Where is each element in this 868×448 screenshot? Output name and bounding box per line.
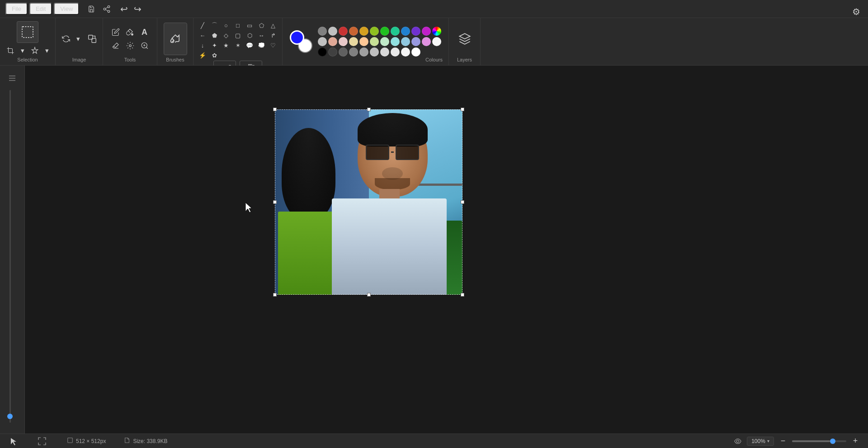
color-red[interactable] [339,27,348,36]
magic-select-dropdown[interactable]: ▾ [42,45,52,57]
shape-corner-arrow[interactable]: ↱ [268,31,278,40]
color-pink-light[interactable] [339,37,348,46]
color-white[interactable] [411,47,420,57]
select-rect-button[interactable] [17,21,38,43]
shape-callout-oval[interactable]: 💭 [256,41,267,50]
color-yellow[interactable] [359,27,368,36]
save-button[interactable] [85,3,98,15]
handle-mid-left[interactable] [273,200,277,204]
arrow-tool-status[interactable] [7,435,21,447]
color-rainbow[interactable] [432,27,441,36]
shape-heart[interactable]: ♡ [268,41,278,50]
handle-top-left[interactable] [273,108,277,111]
layers-button[interactable] [458,33,472,45]
select-arrow-dropdown[interactable]: ▾ [18,45,27,57]
color-gray[interactable] [318,27,327,36]
color-green[interactable] [380,27,389,36]
opacity-slider[interactable] [6,88,14,424]
color-dark-gray1[interactable] [328,47,337,57]
foreground-color-swatch[interactable] [290,30,304,45]
zoom-eye-btn[interactable] [732,436,743,447]
color-light-cyan[interactable] [391,37,400,46]
brush-main-button[interactable] [164,23,187,55]
color-yellow-green[interactable] [370,27,379,36]
rotate-flip-button[interactable] [59,33,73,45]
sidebar-layers-btn[interactable] [4,71,20,85]
opacity-slider-track[interactable] [9,90,11,423]
color-mint[interactable] [380,37,389,46]
color-pink-purple[interactable] [422,37,431,46]
settings-button[interactable]: ⚙ [849,5,863,19]
shape-arrow-both[interactable]: ↔ [256,31,267,40]
shape-rounded-rect[interactable]: ▢ [232,31,243,40]
shape-diamond[interactable]: ◇ [221,31,231,40]
pencil-button[interactable] [109,26,123,38]
menu-view[interactable]: View [54,3,79,15]
color-picker-button[interactable] [123,40,137,52]
color-near-white2[interactable] [401,47,410,57]
zoom-out-button[interactable]: − [778,436,788,447]
shape-callout-rect[interactable]: 💬 [244,41,255,50]
color-lighter-gray[interactable] [380,47,389,57]
menu-file[interactable]: File [5,3,28,15]
crop-button[interactable] [4,45,17,57]
color-lavender[interactable] [411,37,420,46]
color-blue[interactable] [401,27,410,36]
color-sky[interactable] [401,37,410,46]
text-button[interactable]: A [138,26,151,38]
shape-triangle[interactable]: △ [268,21,278,30]
color-near-white[interactable] [432,37,441,46]
color-skin[interactable] [328,37,337,46]
color-orange-red[interactable] [349,27,358,36]
shape-line[interactable]: ╱ [197,21,208,30]
shape-extra[interactable]: ✿ [209,51,220,60]
zoom-slider-thumb[interactable] [830,439,835,444]
color-purple[interactable] [411,27,420,36]
handle-top-right[interactable] [461,108,464,111]
shape-4star[interactable]: ✦ [209,41,220,50]
fill-button[interactable] [123,26,137,38]
color-black[interactable] [318,47,327,57]
zoom-button[interactable] [138,40,151,52]
shape-rect[interactable]: □ [232,21,243,30]
zoom-slider-track[interactable] [792,440,846,442]
selection-mode-button[interactable] [28,45,42,57]
color-magenta[interactable] [422,27,431,36]
menu-edit[interactable]: Edit [29,3,52,15]
shape-arrow-left[interactable]: ← [197,31,208,40]
color-silver[interactable] [328,27,337,36]
color-light-green[interactable] [370,37,379,46]
shape-6star[interactable]: ✶ [232,41,243,50]
color-light-gray2[interactable] [370,47,379,57]
color-cream[interactable] [349,37,358,46]
zoom-level-display[interactable]: 100% ▾ [747,437,774,446]
zoom-in-button[interactable]: + [850,436,861,447]
color-very-light-gray[interactable] [391,47,400,57]
resize-button[interactable] [85,33,99,45]
handle-mid-right[interactable] [461,200,464,204]
undo-button[interactable]: ↩ [117,3,131,15]
opacity-slider-thumb[interactable] [7,414,13,419]
shape-down-arrow[interactable]: ↓ [197,41,208,50]
color-mid-gray[interactable] [349,47,358,57]
color-gray2[interactable] [359,47,368,57]
shape-rect2[interactable]: ▭ [244,21,255,30]
rotate-dropdown[interactable]: ▾ [74,33,83,45]
share-button[interactable] [100,3,113,15]
shape-5star[interactable]: ★ [221,41,231,50]
handle-bot-left[interactable] [273,293,277,297]
color-dark-gray2[interactable] [339,47,348,57]
color-peach[interactable] [359,37,368,46]
redo-button[interactable]: ↪ [131,3,144,15]
shape-curve[interactable]: ⌒ [209,21,220,30]
color-teal[interactable] [391,27,400,36]
shape-lightning[interactable]: ⚡ [197,51,208,60]
shape-diagonal[interactable]: ⬠ [256,21,267,30]
shape-oval[interactable]: ○ [221,21,231,30]
shape-pentagon[interactable]: ⬟ [209,31,220,40]
handle-bot-mid[interactable] [367,293,371,297]
fullscreen-button[interactable] [35,435,49,447]
canvas-image-container[interactable] [275,109,462,295]
handle-top-mid[interactable] [367,108,371,111]
eraser-button[interactable] [109,40,123,52]
